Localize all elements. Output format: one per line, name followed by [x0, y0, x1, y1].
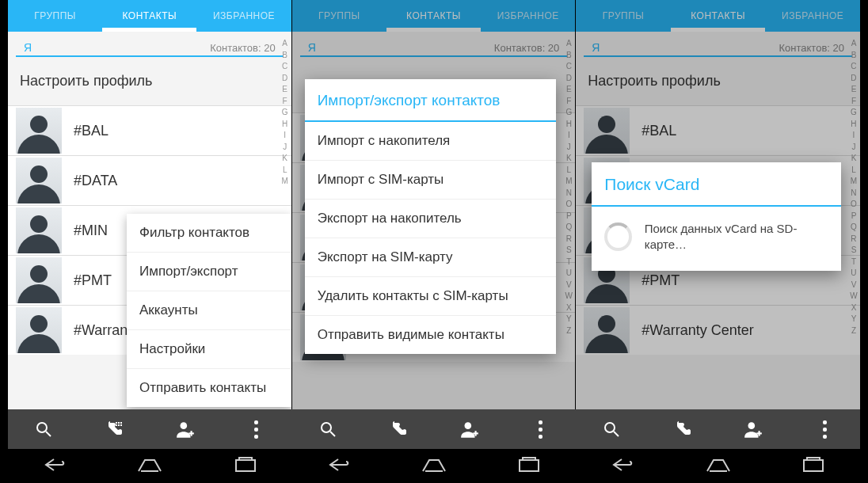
svg-rect-26 — [807, 458, 820, 460]
export-to-storage[interactable]: Экспорт на накопитель — [305, 200, 557, 238]
list-item[interactable]: #Warranty Center — [576, 305, 860, 355]
list-item[interactable]: #DATA — [8, 155, 291, 205]
tab-contacts[interactable]: КОНТАКТЫ — [386, 0, 481, 32]
dialog-title: Поиск vCard — [592, 162, 841, 207]
svg-rect-20 — [757, 432, 763, 434]
svg-rect-6 — [118, 424, 120, 426]
setup-profile[interactable]: Настроить профиль — [576, 57, 860, 105]
contact-name: #PMT — [641, 272, 680, 289]
svg-rect-5 — [116, 424, 117, 426]
avatar — [16, 158, 62, 203]
svg-line-1 — [46, 432, 51, 436]
tab-contacts[interactable]: КОНТАКТЫ — [102, 0, 196, 32]
import-from-sim[interactable]: Импорт с SIM-карты — [305, 161, 557, 200]
avatar — [584, 307, 630, 353]
contact-name: #BAL — [74, 123, 108, 139]
svg-point-16 — [605, 423, 615, 432]
search-icon[interactable] — [600, 418, 622, 440]
nav-back-icon[interactable] — [596, 451, 649, 481]
tab-bar: ГРУППЫ КОНТАКТЫ ИЗБРАННОЕ — [576, 0, 860, 32]
tab-groups[interactable]: ГРУППЫ — [576, 0, 671, 32]
alpha-index[interactable]: ABCDEFGHIJKLMNOPQRSTUVWXYZ — [849, 38, 858, 337]
section-me-label: Я — [308, 41, 316, 54]
tab-groups[interactable]: ГРУППЫ — [8, 0, 102, 32]
menu-share-contacts[interactable]: Отправить контакты — [127, 369, 291, 407]
avatar — [16, 108, 62, 154]
avatar — [16, 307, 62, 353]
svg-rect-10 — [188, 432, 194, 434]
tab-contacts[interactable]: КОНТАКТЫ — [671, 0, 766, 32]
send-visible-contacts[interactable]: Отправить видимые контакты — [305, 316, 557, 354]
menu-settings[interactable]: Настройки — [127, 330, 291, 369]
contacts-count: Контактов: 20 — [779, 42, 843, 54]
dialog-message: Поиск данных vCard на SD-карте… — [645, 221, 828, 252]
contact-name: #MIN — [74, 222, 108, 239]
import-from-storage[interactable]: Импорт с накопителя — [305, 122, 557, 161]
svg-rect-7 — [120, 424, 122, 426]
alpha-index[interactable]: ABCDEFGHIJKLM — [280, 38, 290, 188]
section-header: Я Контактов: 20 — [16, 38, 284, 57]
add-contact-icon[interactable] — [174, 418, 196, 440]
svg-point-8 — [181, 422, 188, 429]
tab-bar: ГРУППЫ КОНТАКТЫ ИЗБРАННОЕ — [8, 0, 291, 32]
search-icon[interactable] — [32, 418, 55, 440]
menu-import-export[interactable]: Импорт/экспорт — [127, 253, 291, 291]
tab-groups[interactable]: ГРУППЫ — [292, 0, 386, 32]
nav-home-icon[interactable] — [122, 452, 177, 481]
tab-favorites[interactable]: ИЗБРАННОЕ — [196, 0, 291, 32]
export-to-sim[interactable]: Экспорт на SIM-карту — [305, 238, 557, 277]
contact-name: #BAL — [641, 123, 676, 139]
add-contact-icon[interactable] — [742, 418, 764, 440]
contact-name: #DATA — [74, 173, 117, 189]
menu-filter-contacts[interactable]: Фильтр контактов — [127, 214, 291, 253]
svg-rect-15 — [473, 432, 478, 434]
svg-line-12 — [330, 432, 335, 436]
spinner-icon — [604, 222, 631, 251]
nav-recent-icon[interactable] — [503, 452, 555, 481]
list-item[interactable]: #BAL — [576, 105, 860, 155]
section-me-label: Я — [592, 41, 600, 54]
svg-rect-23 — [520, 460, 539, 471]
overflow-icon[interactable] — [813, 418, 836, 440]
dialpad-icon[interactable] — [387, 418, 409, 440]
svg-rect-2 — [116, 422, 117, 424]
dialog-title: Импорт/экспорт контактов — [305, 79, 557, 122]
add-contact-icon[interactable] — [459, 418, 481, 440]
nav-recent-icon[interactable] — [219, 452, 272, 481]
nav-home-icon[interactable] — [406, 452, 462, 481]
svg-rect-22 — [239, 458, 252, 460]
list-item[interactable]: #BAL — [8, 105, 291, 155]
nav-back-icon[interactable] — [313, 451, 365, 481]
contact-name: #PMT — [74, 272, 112, 289]
setup-profile[interactable]: Настроить профиль — [8, 57, 291, 105]
overflow-menu: Фильтр контактов Импорт/экспорт Аккаунты… — [127, 214, 291, 407]
avatar — [16, 207, 62, 253]
svg-rect-4 — [120, 422, 122, 424]
overflow-icon[interactable] — [529, 418, 551, 440]
svg-rect-25 — [804, 460, 823, 471]
contacts-count: Контактов: 20 — [210, 42, 275, 54]
svg-point-18 — [748, 422, 756, 429]
svg-rect-21 — [236, 460, 255, 471]
tab-favorites[interactable]: ИЗБРАННОЕ — [481, 0, 575, 32]
nav-back-icon[interactable] — [29, 451, 81, 481]
avatar — [584, 108, 630, 154]
section-header: Я Контактов: 20 — [584, 38, 852, 57]
search-icon[interactable] — [317, 418, 339, 440]
overflow-icon[interactable] — [246, 418, 268, 440]
contacts-count: Контактов: 20 — [494, 42, 559, 54]
svg-rect-24 — [523, 458, 535, 460]
delete-from-sim[interactable]: Удалить контакты с SIM-карты — [305, 277, 557, 316]
nav-recent-icon[interactable] — [787, 452, 839, 481]
contact-name: #Warranty Center — [641, 322, 753, 339]
avatar — [16, 257, 62, 303]
nav-home-icon[interactable] — [691, 452, 746, 481]
dialpad-icon[interactable] — [672, 418, 694, 440]
menu-accounts[interactable]: Аккаунты — [127, 291, 291, 330]
alpha-index[interactable]: ABCDEFGHIJKLMNOPQRSTUVWXYZ — [564, 38, 573, 337]
svg-line-17 — [614, 432, 619, 436]
dialpad-icon[interactable] — [103, 418, 125, 440]
vcard-search-dialog: Поиск vCard Поиск данных vCard на SD-кар… — [592, 162, 841, 271]
section-me-label: Я — [24, 41, 32, 54]
tab-favorites[interactable]: ИЗБРАННОЕ — [765, 0, 860, 32]
